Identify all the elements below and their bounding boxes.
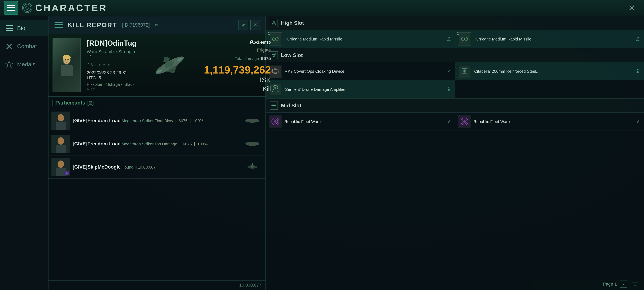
- svg-point-58: [464, 38, 465, 40]
- participant-2-ship-img: [242, 137, 262, 150]
- svg-rect-11: [6, 30, 13, 31]
- participant-3-ship-img: [242, 160, 262, 174]
- export-button[interactable]: ⇗: [238, 20, 248, 30]
- participant-row[interactable]: [GIVE]Freedom Load Megathron Striker Fin…: [48, 109, 266, 132]
- slot-item[interactable]: 1 Republic Fleet Warp ∨: [455, 113, 644, 131]
- slot-item[interactable]: 1 MK9 Covert Ops Cloaking Device ✕: [266, 62, 455, 80]
- slot-item-name: Republic Fleet Warp: [474, 119, 510, 124]
- participant-2-avatar: [52, 135, 70, 153]
- svg-point-33: [58, 114, 64, 121]
- top-bar: CHARACTER ✕: [0, 0, 644, 16]
- svg-point-49: [247, 165, 258, 169]
- low-slot-header: Low Slot: [266, 48, 644, 62]
- kill-report-panel: KILL REPORT [ID:7196072] ⧉ ⇗ ✕: [48, 16, 266, 290]
- main-menu-button[interactable]: [4, 1, 18, 15]
- victim-section: [RDN]OdinTug Warp Scramble Strength: 12 …: [48, 34, 266, 97]
- slot-item[interactable]: 1 'Citadella' 200mm Reinforced Steel...: [455, 62, 644, 80]
- low-slot-section: Low Slot 1 MK9 Covert Ops Cloaking Devic…: [266, 48, 644, 99]
- svg-point-78: [274, 120, 276, 123]
- slot-item-user-icon[interactable]: [446, 36, 452, 42]
- slot-item[interactable]: 1 Hurricane Medium Rapid Missile...: [455, 30, 644, 48]
- victim-stats: Astero Frigate Total damage: 6675 1,119,…: [200, 34, 275, 96]
- participant-2-name: [GIVE]Freedom Load: [73, 141, 121, 146]
- slot-item-chevron-icon[interactable]: ∨: [635, 119, 641, 125]
- slot-item-chevron-icon[interactable]: ∨: [446, 119, 452, 125]
- slot-item-text: 'Sentient' Drone Damage Amplifier: [284, 87, 443, 92]
- victim-avatar-image: [53, 39, 80, 92]
- svg-point-66: [464, 71, 465, 72]
- damage-info: Total damage: 6675: [204, 56, 271, 61]
- low-slot-items: 1 MK9 Covert Ops Cloaking Device ✕ 1: [266, 62, 644, 99]
- sidebar-item-medals[interactable]: Medals: [0, 56, 48, 73]
- damage-value: 6675: [261, 56, 271, 61]
- high-slot-header: High Slot: [266, 16, 644, 30]
- slot-item-name: Republic Fleet Warp: [284, 119, 320, 124]
- slot-item-text: MK9 Covert Ops Cloaking Device: [284, 69, 443, 74]
- participant-3-stats: 10,030.67: [138, 165, 156, 169]
- slot-item-qty: 1: [457, 32, 459, 36]
- combat-label: Combat: [17, 43, 37, 50]
- character-icon: [22, 3, 32, 13]
- slot-item-text: Hurricane Medium Rapid Missile...: [284, 37, 443, 42]
- victim-name: [RDN]OdinTug: [87, 39, 136, 48]
- ship-type: Frigate: [204, 48, 271, 53]
- kill-report-title: KILL REPORT: [68, 21, 117, 29]
- page-next-button[interactable]: ›: [620, 280, 627, 287]
- damage-label: Total damage:: [235, 56, 260, 61]
- sidebar: Bio Combat Medals: [0, 16, 48, 290]
- victim-location: Hikkoken < Ishaga < Black Rise: [87, 82, 136, 91]
- slot-item[interactable]: 1 Hurricane Medium Rapid Missile...: [266, 30, 455, 48]
- victim-warp-strength: Warp Scramble Strength: 12: [87, 49, 136, 60]
- svg-rect-34: [56, 122, 66, 130]
- participant-chevron: ›: [260, 282, 262, 288]
- participants-label: Participants: [55, 100, 85, 106]
- svg-rect-40: [56, 145, 66, 153]
- filter-button[interactable]: [630, 279, 640, 289]
- slot-item-icon: [269, 115, 282, 128]
- svg-point-22: [64, 59, 66, 60]
- alliance-badge: [64, 171, 69, 175]
- combat-icon: [5, 42, 13, 50]
- slot-item-name: Hurricane Medium Rapid Missile...: [474, 37, 535, 41]
- slot-item-user-icon[interactable]: [446, 86, 452, 92]
- high-slot-section: High Slot 1 Hurricane Medium Rapid Missi…: [266, 16, 644, 48]
- svg-rect-10: [6, 28, 13, 29]
- kill-report-copy-icon[interactable]: ⧉: [155, 23, 158, 27]
- bio-label: Bio: [17, 25, 25, 32]
- slot-item-user-icon[interactable]: [635, 68, 641, 74]
- slot-item-user-icon[interactable]: [635, 36, 641, 42]
- slot-item-close-icon[interactable]: ✕: [446, 68, 452, 74]
- top-close-button[interactable]: ✕: [626, 2, 638, 14]
- svg-rect-17: [54, 27, 62, 28]
- participant-3-ship: Hound II: [122, 165, 137, 169]
- svg-point-23: [68, 59, 69, 60]
- slot-item-text: 'Citadella' 200mm Reinforced Steel...: [474, 69, 632, 74]
- participant-total: 10,030.67: [239, 282, 259, 288]
- svg-point-21: [62, 55, 71, 60]
- participant-row[interactable]: [GIVE]SkipMcDoogle Hound II 10,030.67: [48, 155, 266, 179]
- close-kill-report-button[interactable]: ✕: [250, 20, 260, 30]
- kills-badge: 1 Kill: [87, 62, 96, 68]
- slot-item[interactable]: 1 Republic Fleet Warp ∨: [266, 113, 455, 131]
- slot-item-qty: 1: [268, 114, 270, 118]
- sidebar-item-combat[interactable]: Combat: [0, 38, 48, 54]
- participant-1-ship: Megathron Striker: [122, 119, 154, 123]
- slot-item-name: MK9 Covert Ops Cloaking Device: [284, 69, 344, 74]
- kill-type-label: Kill: [204, 85, 271, 92]
- participant-1-name: [GIVE]Freedom Load: [73, 118, 121, 123]
- high-slot-icon: [270, 19, 278, 27]
- participant-3-avatar: [52, 158, 70, 176]
- slot-item[interactable]: 1 'Sentient' Drone Damage Amplifier: [266, 80, 455, 99]
- participant-2-stats: Top Damage | 6675 | 100%: [154, 142, 208, 146]
- ship-name: Astero: [204, 38, 271, 46]
- participant-row[interactable]: [GIVE]Freedom Load Megathron Striker Top…: [48, 132, 266, 155]
- slot-item-qty: 1: [457, 114, 459, 118]
- slot-item-name: Hurricane Medium Rapid Missile...: [284, 37, 346, 41]
- slot-item-text: Republic Fleet Warp: [284, 119, 443, 124]
- slot-item-icon: [458, 33, 471, 46]
- kill-report-menu-button[interactable]: [54, 20, 64, 30]
- participant-bottom-bar: 10,030.67 ›: [48, 280, 266, 290]
- isk-amount: 1,119,739,262: [204, 64, 271, 76]
- sidebar-item-bio[interactable]: Bio: [0, 20, 48, 36]
- slot-item-icon: [458, 115, 471, 128]
